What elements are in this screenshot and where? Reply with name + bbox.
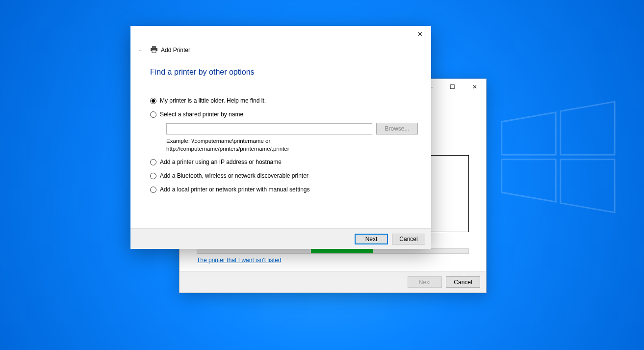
titlebar: ✕ (130, 26, 431, 42)
add-printer-window: ✕ ← Add Printer Find a printer by other … (130, 26, 431, 249)
cancel-button[interactable]: Cancel (446, 276, 480, 288)
radio-older[interactable] (150, 98, 156, 104)
close-button[interactable]: ✕ (409, 27, 431, 41)
wizard-nav: ← Add Printer (135, 45, 190, 55)
printer-icon (150, 46, 158, 54)
shared-printer-subpanel: Browse... Example: \\computername\printe… (166, 123, 419, 153)
maximize-button[interactable]: ☐ (441, 80, 464, 94)
option-label: Add a local printer or network printer w… (160, 186, 309, 193)
option-label: My printer is a little older. Help me fi… (160, 97, 266, 104)
printer-not-listed-link[interactable]: The printer that I want isn't listed (197, 257, 281, 264)
svg-marker-2 (502, 160, 556, 202)
search-progress (197, 248, 469, 254)
option-tcpip-printer[interactable]: Add a printer using an IP address or hos… (150, 159, 419, 165)
option-local-printer[interactable]: Add a local printer or network printer w… (150, 186, 419, 193)
options-group: My printer is a little older. Help me fi… (150, 97, 419, 200)
wizard-title: Add Printer (150, 46, 190, 54)
shared-printer-input (166, 123, 372, 135)
radio-wireless[interactable] (150, 173, 156, 179)
svg-marker-0 (502, 112, 556, 155)
option-label: Add a printer using an IP address or hos… (160, 159, 282, 165)
radio-tcpip[interactable] (150, 159, 156, 165)
page-heading: Find a printer by other options (150, 68, 255, 77)
svg-rect-6 (152, 50, 156, 53)
cancel-button[interactable]: Cancel (392, 234, 425, 244)
dialog-footer: Next Cancel (130, 228, 431, 249)
svg-rect-4 (152, 46, 156, 48)
close-button[interactable]: ✕ (464, 80, 486, 94)
next-button: Next (408, 276, 442, 288)
radio-local[interactable] (150, 187, 156, 193)
example-text: Example: \\computername\printername or h… (166, 137, 419, 153)
option-shared-printer[interactable]: Select a shared printer by name (150, 111, 419, 118)
back-button[interactable]: ← (135, 45, 146, 55)
back-arrow-icon: ← (138, 47, 144, 54)
close-icon: ✕ (472, 83, 477, 90)
desktop-background: — ☐ ✕ The printer that I want isn't list… (0, 0, 644, 350)
svg-marker-3 (561, 160, 615, 213)
close-icon: ✕ (417, 30, 423, 38)
progress-fill (311, 249, 373, 253)
svg-marker-1 (561, 102, 615, 155)
dialog-footer: Next Cancel (180, 271, 486, 293)
wizard-title-text: Add Printer (161, 47, 190, 54)
windows-logo-icon (499, 98, 617, 216)
radio-shared[interactable] (150, 111, 156, 118)
option-wireless-printer[interactable]: Add a Bluetooth, wireless or network dis… (150, 172, 419, 179)
option-label: Add a Bluetooth, wireless or network dis… (160, 172, 309, 179)
next-button[interactable]: Next (355, 234, 388, 244)
maximize-icon: ☐ (450, 83, 455, 90)
option-label: Select a shared printer by name (160, 111, 243, 118)
browse-button: Browse... (376, 123, 418, 135)
option-older-printer[interactable]: My printer is a little older. Help me fi… (150, 97, 419, 104)
